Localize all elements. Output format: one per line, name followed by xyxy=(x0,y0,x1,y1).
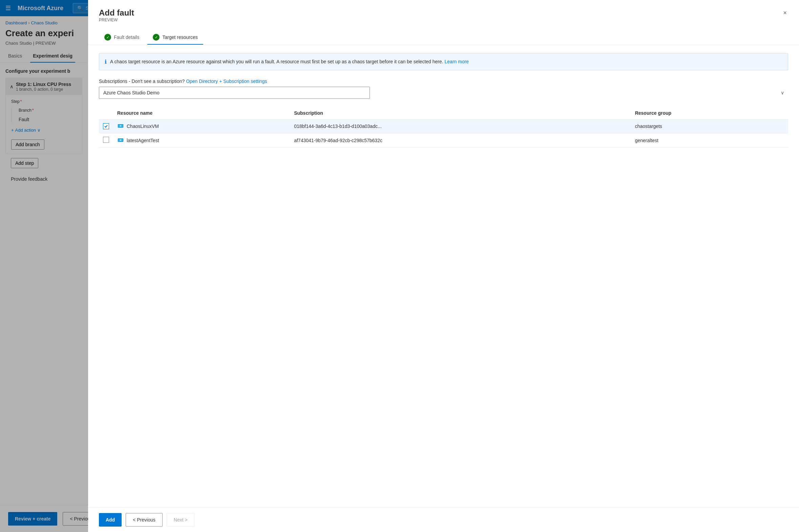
modal-close-button[interactable]: × xyxy=(782,8,788,18)
row-checkbox-cell xyxy=(99,133,113,148)
row-resource-name: latestAgentTest xyxy=(113,133,290,148)
tab-fault-details[interactable]: ✓ Fault details xyxy=(99,31,145,45)
modal-preview-label: PREVIEW xyxy=(99,18,134,22)
tab-target-resources-label: Target resources xyxy=(162,35,198,40)
row-checkbox[interactable] xyxy=(103,137,109,143)
svg-point-2 xyxy=(120,125,121,127)
vm-icon xyxy=(117,137,124,144)
table-header-row: Resource name Subscription Resource grou… xyxy=(99,107,788,119)
svg-point-5 xyxy=(120,139,121,141)
open-directory-link[interactable]: Open Directory + Subscription settings xyxy=(186,78,267,84)
table-row[interactable]: latestAgentTestaf743041-9b79-46ad-92cb-c… xyxy=(99,133,788,148)
learn-more-link[interactable]: Learn more xyxy=(445,59,469,64)
row-checkbox-cell xyxy=(99,119,113,133)
previous-button[interactable]: < Previous xyxy=(126,513,163,527)
col-checkbox xyxy=(99,107,113,119)
modal-panel: Add fault PREVIEW × ✓ Fault details ✓ Ta… xyxy=(88,0,799,532)
dropdown-arrow-icon: ∨ xyxy=(781,90,784,95)
modal-footer: Add < Previous Next > xyxy=(88,507,799,532)
col-subscription: Subscription xyxy=(290,107,631,119)
table-row[interactable]: ChaosLinuxVM018bf144-3a6d-4c13-b1d3-d100… xyxy=(99,119,788,133)
row-resource-group: chaostargets xyxy=(631,119,788,133)
fault-details-check-icon: ✓ xyxy=(104,34,111,41)
add-button[interactable]: Add xyxy=(99,513,122,527)
modal-header: Add fault PREVIEW × ✓ Fault details ✓ Ta… xyxy=(88,0,799,45)
col-resource-name: Resource name xyxy=(113,107,290,119)
row-resource-name: ChaosLinuxVM xyxy=(113,119,290,133)
subscriptions-label: Subscriptions - Don't see a subscription… xyxy=(99,78,788,84)
row-subscription: 018bf144-3a6d-4c13-b1d3-d100a03adc... xyxy=(290,119,631,133)
tab-target-resources[interactable]: ✓ Target resources xyxy=(147,31,203,45)
info-icon: ℹ xyxy=(105,59,107,65)
main-layout: Dashboard › Chaos Studio Create an exper… xyxy=(0,16,799,532)
row-subscription: af743041-9b79-46ad-92cb-c298c57b632c xyxy=(290,133,631,148)
info-text: A chaos target resource is an Azure reso… xyxy=(110,58,469,65)
tab-fault-details-label: Fault details xyxy=(114,35,139,40)
resources-table: Resource name Subscription Resource grou… xyxy=(99,107,788,148)
modal-title: Add fault xyxy=(99,8,134,18)
info-banner: ℹ A chaos target resource is an Azure re… xyxy=(99,53,788,70)
modal-body: ℹ A chaos target resource is an Azure re… xyxy=(88,45,799,507)
row-resource-group: generaltest xyxy=(631,133,788,148)
subscription-dropdown-wrap: Azure Chaos Studio Demo ∨ xyxy=(99,87,788,99)
subscription-dropdown[interactable]: Azure Chaos Studio Demo xyxy=(99,87,370,99)
vm-icon xyxy=(117,123,124,130)
next-button: Next > xyxy=(167,513,195,527)
col-resource-group: Resource group xyxy=(631,107,788,119)
resources-table-body: ChaosLinuxVM018bf144-3a6d-4c13-b1d3-d100… xyxy=(99,119,788,148)
row-checkbox[interactable] xyxy=(103,123,109,129)
modal-title-row: Add fault PREVIEW × xyxy=(99,8,788,28)
table-header: Resource name Subscription Resource grou… xyxy=(99,107,788,119)
target-resources-check-icon: ✓ xyxy=(153,34,160,41)
modal-title-group: Add fault PREVIEW xyxy=(99,8,134,28)
modal-overlay: Add fault PREVIEW × ✓ Fault details ✓ Ta… xyxy=(0,0,799,532)
modal-tabs: ✓ Fault details ✓ Target resources xyxy=(99,31,788,45)
